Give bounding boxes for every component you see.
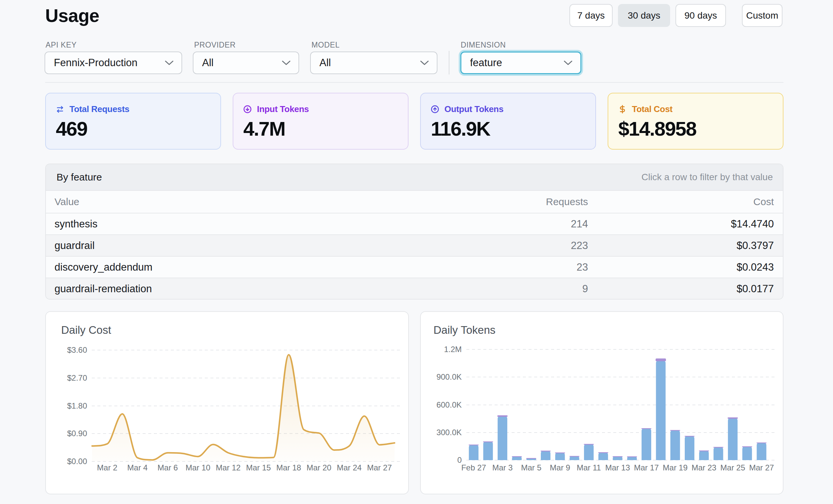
svg-text:Feb 27: Feb 27 (461, 463, 486, 472)
svg-text:Mar 3: Mar 3 (492, 463, 513, 472)
svg-text:600.0K: 600.0K (436, 400, 462, 409)
svg-text:Mar 19: Mar 19 (663, 463, 688, 472)
svg-text:300.0K: 300.0K (436, 428, 462, 437)
svg-text:Mar 25: Mar 25 (720, 463, 745, 472)
svg-text:Mar 24: Mar 24 (337, 463, 362, 472)
svg-text:Mar 11: Mar 11 (577, 463, 601, 472)
svg-text:Mar 12: Mar 12 (216, 463, 241, 472)
svg-text:Mar 15: Mar 15 (246, 463, 271, 472)
svg-text:$1.80: $1.80 (67, 401, 87, 410)
svg-text:$0.90: $0.90 (67, 429, 87, 438)
svg-text:$3.60: $3.60 (67, 345, 87, 354)
svg-text:Mar 13: Mar 13 (605, 463, 630, 472)
svg-text:$2.70: $2.70 (67, 373, 87, 382)
svg-text:Mar 10: Mar 10 (186, 463, 210, 472)
svg-text:Mar 9: Mar 9 (550, 463, 570, 472)
svg-text:Mar 2: Mar 2 (97, 463, 117, 472)
svg-text:Mar 5: Mar 5 (521, 463, 542, 472)
svg-text:Mar 6: Mar 6 (158, 463, 178, 472)
svg-text:Mar 23: Mar 23 (691, 463, 716, 472)
svg-text:Mar 18: Mar 18 (276, 463, 301, 472)
svg-text:Mar 27: Mar 27 (367, 463, 392, 472)
svg-text:1.2M: 1.2M (444, 345, 462, 354)
svg-text:Mar 4: Mar 4 (127, 463, 148, 472)
svg-text:Mar 27: Mar 27 (749, 463, 774, 472)
svg-text:Mar 17: Mar 17 (634, 463, 659, 472)
svg-text:900.0K: 900.0K (436, 373, 462, 381)
svg-text:Mar 20: Mar 20 (307, 463, 331, 472)
svg-text:$0.00: $0.00 (67, 457, 87, 466)
